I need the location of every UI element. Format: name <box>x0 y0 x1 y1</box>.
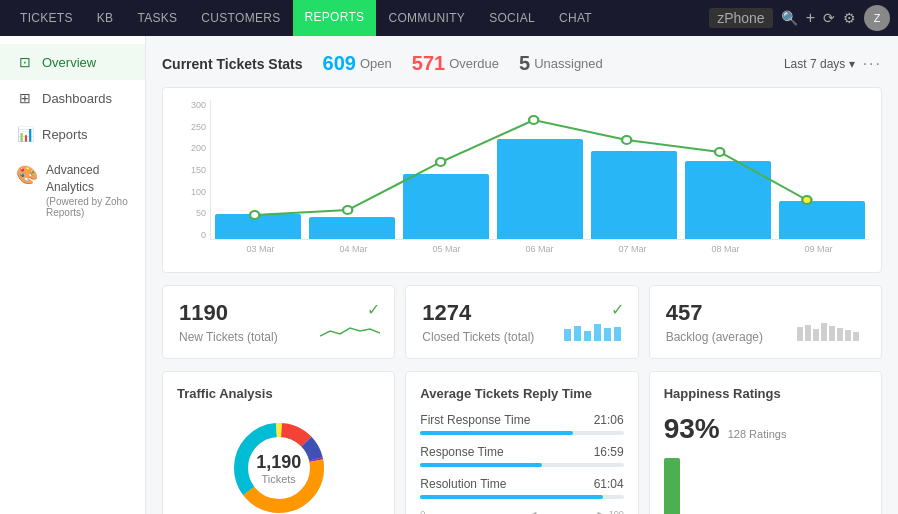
advanced-icon: 🎨 <box>16 164 38 186</box>
svg-rect-12 <box>614 327 621 341</box>
search-icon[interactable]: 🔍 <box>781 10 798 26</box>
response-value: 16:59 <box>594 445 624 459</box>
bar-group-08mar <box>685 161 771 239</box>
unassigned-label: Unassigned <box>534 56 603 71</box>
svg-rect-13 <box>797 327 803 341</box>
date-range[interactable]: Last 7 days ▾ <box>784 57 855 71</box>
svg-rect-14 <box>805 325 811 341</box>
sidebar-item-overview[interactable]: ⊡ Overview <box>0 44 145 80</box>
resolution-fill <box>420 495 603 499</box>
top-navigation: TICKETS KB TASKS CUSTOMERS REPORTS COMMU… <box>0 0 898 36</box>
nav-kb[interactable]: KB <box>85 0 126 36</box>
dashboards-icon: ⊞ <box>16 90 34 106</box>
avatar[interactable]: Z <box>864 5 890 31</box>
bar-chart-card: 300 250 200 150 100 50 0 <box>162 87 882 273</box>
stats-right: Last 7 days ▾ ··· <box>784 55 882 73</box>
y-label-300: 300 <box>175 100 206 110</box>
more-button[interactable]: ··· <box>863 55 882 73</box>
y-label-200: 200 <box>175 143 206 153</box>
add-icon[interactable]: + <box>806 9 815 27</box>
overdue-label: Overdue <box>449 56 499 71</box>
happiness-bars <box>664 453 867 514</box>
nav-tickets[interactable]: TICKETS <box>8 0 85 36</box>
bottom-row: Traffic Analysis <box>162 371 882 514</box>
response-fill <box>420 463 542 467</box>
nav-customers[interactable]: CUSTOMERS <box>189 0 292 36</box>
bar-group-03mar <box>215 214 301 239</box>
donut-label: 1,190 Tickets <box>256 452 301 485</box>
y-label-0: 0 <box>175 230 206 240</box>
sidebar: ⊡ Overview ⊞ Dashboards 📊 Reports 🎨 Adva… <box>0 36 146 514</box>
x-label-08mar: 08 Mar <box>711 244 739 254</box>
stats-header: Current Tickets Stats 609 Open 571 Overd… <box>162 52 882 75</box>
y-label-50: 50 <box>175 208 206 218</box>
overview-icon: ⊡ <box>16 54 34 70</box>
first-response-row: First Response Time 21:06 <box>420 413 623 435</box>
reply-time-card: Average Tickets Reply Time First Respons… <box>405 371 638 514</box>
closed-tickets-icon: ✓ <box>611 300 624 319</box>
sidebar-item-label-reports: Reports <box>42 127 88 142</box>
happiness-count: 128 Ratings <box>728 428 787 440</box>
refresh-icon[interactable]: ⟳ <box>823 10 835 26</box>
happiness-pct: 93% <box>664 413 720 445</box>
x-label-07mar: 07 Mar <box>618 244 646 254</box>
svg-rect-10 <box>594 324 601 341</box>
donut-chart-wrap: 1,190 Tickets <box>177 413 380 514</box>
advanced-sub: (Powered by Zoho Reports) <box>46 196 129 218</box>
x-label-03mar: 03 Mar <box>246 244 274 254</box>
response-time-row: Response Time 16:59 <box>420 445 623 467</box>
svg-rect-18 <box>837 328 843 341</box>
x-label-06mar: 06 Mar <box>525 244 553 254</box>
x-label-09mar: 09 Mar <box>804 244 832 254</box>
traffic-analysis-card: Traffic Analysis <box>162 371 395 514</box>
donut-sublabel: Tickets <box>256 473 301 485</box>
bar-group-05mar <box>403 174 489 239</box>
app-body: ⊡ Overview ⊞ Dashboards 📊 Reports 🎨 Adva… <box>0 36 898 514</box>
resolution-value: 61:04 <box>594 477 624 491</box>
svg-rect-17 <box>829 326 835 341</box>
resolution-time-row: Resolution Time 61:04 <box>420 477 623 499</box>
advanced-label: Advanced Analytics <box>46 162 129 196</box>
axis-label: ◄ ····················· ► <box>529 509 604 514</box>
svg-rect-8 <box>574 326 581 341</box>
nav-social[interactable]: SOCIAL <box>477 0 547 36</box>
donut-total: 1,190 <box>256 452 301 473</box>
bar-08mar <box>685 161 771 239</box>
traffic-title: Traffic Analysis <box>177 386 380 401</box>
sidebar-item-dashboards[interactable]: ⊞ Dashboards <box>0 80 145 116</box>
sidebar-item-reports[interactable]: 📊 Reports <box>0 116 145 152</box>
sidebar-item-advanced[interactable]: 🎨 Advanced Analytics (Powered by Zoho Re… <box>0 152 145 228</box>
overdue-count: 571 <box>412 52 445 75</box>
x-label-05mar: 05 Mar <box>432 244 460 254</box>
nav-items: TICKETS KB TASKS CUSTOMERS REPORTS COMMU… <box>8 0 709 36</box>
nav-tasks[interactable]: TASKS <box>125 0 189 36</box>
axis-min: 0 <box>420 509 425 514</box>
resolution-track <box>420 495 623 499</box>
happiness-header: 93% 128 Ratings <box>664 413 867 445</box>
settings-icon[interactable]: ⚙ <box>843 10 856 26</box>
sidebar-item-label-overview: Overview <box>42 55 96 70</box>
bar-04mar <box>309 217 395 239</box>
nav-chat[interactable]: CHAT <box>547 0 604 36</box>
first-response-label: First Response Time 21:06 <box>420 413 623 427</box>
metric-cards-row: 1190 New Tickets (total) ✓ 1274 Closed T… <box>162 285 882 359</box>
phone-badge[interactable]: zPhone <box>709 8 772 28</box>
nav-reports[interactable]: REPORTS <box>293 0 377 36</box>
nav-community[interactable]: COMMUNITY <box>376 0 477 36</box>
reply-axis: 0 ◄ ····················· ► 100 <box>420 509 623 514</box>
svg-rect-19 <box>845 330 851 341</box>
response-track <box>420 463 623 467</box>
hbar-1 <box>664 458 680 514</box>
unassigned-count: 5 <box>519 52 530 75</box>
bar-05mar <box>403 174 489 239</box>
bar-group-06mar <box>497 139 583 239</box>
top-right-icons: zPhone 🔍 + ⟳ ⚙ Z <box>709 5 890 31</box>
svg-rect-20 <box>853 332 859 341</box>
closed-tickets-sparkline <box>564 321 624 344</box>
svg-rect-9 <box>584 331 591 341</box>
open-label: Open <box>360 56 392 71</box>
y-label-250: 250 <box>175 122 206 132</box>
reports-icon: 📊 <box>16 126 34 142</box>
axis-max: 100 <box>609 509 624 514</box>
bar-group-07mar <box>591 151 677 239</box>
